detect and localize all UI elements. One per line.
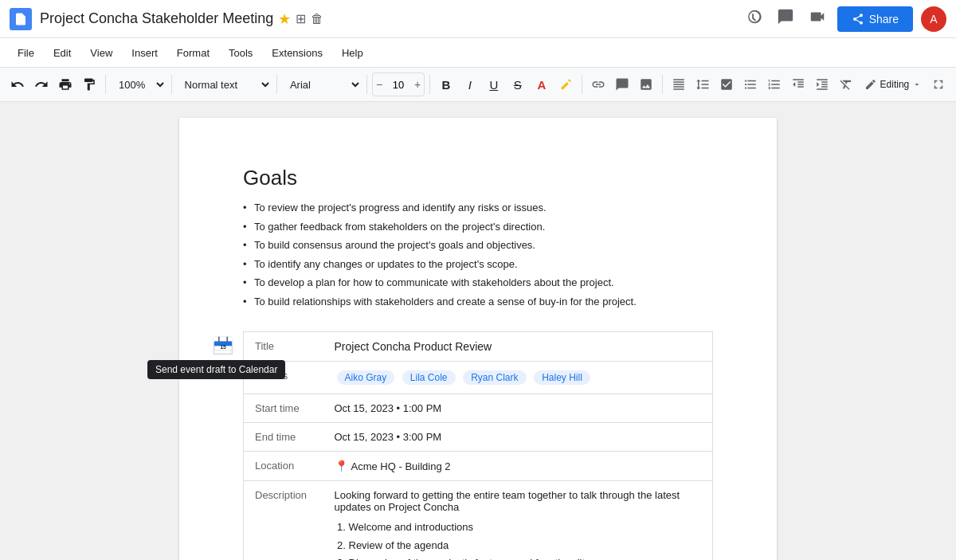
svg-rect-1 [18, 22, 22, 22]
style-select[interactable]: Normal textTitleHeading 1Heading 2 [177, 72, 272, 96]
goals-item-5: To develop a plan for how to communicate… [243, 275, 713, 291]
share-button[interactable]: Share [837, 6, 913, 32]
expand-button[interactable] [927, 72, 950, 96]
bold-button[interactable]: B [435, 72, 457, 96]
start-time-value: Oct 15, 2023 • 1:00 PM [323, 394, 713, 423]
font-select[interactable]: ArialTimes New RomanCourier New [282, 72, 362, 96]
font-size-decrease[interactable]: − [373, 73, 386, 96]
numbered-list-button[interactable] [763, 72, 786, 96]
title-label: Title [244, 332, 323, 362]
editing-label: Editing [880, 79, 910, 90]
start-time-label: Start time [244, 394, 323, 423]
guest-chip-4: Haley Hill [534, 370, 590, 385]
editing-mode-button[interactable]: Editing [860, 72, 926, 96]
separator-6 [582, 75, 582, 94]
bullet-list-button[interactable] [739, 72, 762, 96]
menu-format[interactable]: Format [169, 44, 217, 62]
svg-text:15: 15 [220, 344, 226, 350]
separator-2 [171, 75, 172, 94]
increase-indent-button[interactable] [811, 72, 833, 96]
document-page: Goals To review the project's progress a… [179, 118, 777, 560]
desc-item-3: Discussion of the product's features and… [349, 555, 702, 560]
align-button[interactable] [668, 72, 690, 96]
comments-button[interactable] [774, 5, 797, 33]
desc-item-1: Welcome and introductions [349, 519, 702, 535]
document-title[interactable]: Project Concha Stakeholder Meeting [40, 10, 273, 27]
folder-icon[interactable]: ⊞ [296, 11, 306, 26]
font-size-area: − + [372, 72, 425, 96]
guests-row: Guests Aiko Gray Lila Cole Ryan Clark Ha… [244, 362, 713, 394]
description-value: Looking forward to getting the entire te… [323, 481, 713, 561]
underline-button[interactable]: U [483, 72, 505, 96]
svg-rect-0 [18, 19, 23, 20]
avatar[interactable]: A [921, 6, 946, 32]
goals-item-4: To identify any changes or updates to th… [243, 257, 713, 272]
comment-toolbar-button[interactable] [611, 72, 633, 96]
menu-insert[interactable]: Insert [123, 44, 166, 62]
separator-3 [276, 75, 277, 94]
separator-7 [662, 75, 663, 94]
toolbar: 100%75%125%150% Normal textTitleHeading … [0, 67, 956, 102]
italic-button[interactable]: I [459, 72, 481, 96]
document-area[interactable]: Goals To review the project's progress a… [0, 102, 956, 560]
highlight-button[interactable] [554, 72, 577, 96]
goals-item-6: To build relationships with stakeholders… [243, 294, 713, 310]
title-row: Title Project Concha Product Review [244, 332, 713, 362]
clear-formatting-button[interactable] [835, 72, 857, 96]
separator-5 [429, 75, 430, 94]
text-color-button[interactable]: A [531, 72, 553, 96]
event-card-wrapper: 15 Send event draft to Calendar Title Pr… [243, 331, 713, 560]
document-title-row: Project Concha Stakeholder Meeting ★ ⊞ 🗑 [40, 10, 742, 28]
description-list: Welcome and introductions Review of the … [335, 519, 702, 560]
line-spacing-button[interactable] [692, 72, 714, 96]
header-actions: Share A [742, 5, 946, 33]
app-icon [10, 8, 32, 30]
menu-edit[interactable]: Edit [45, 44, 79, 62]
separator-1 [105, 75, 106, 94]
desc-item-2: Review of the agenda [349, 538, 702, 554]
goals-heading: Goals [243, 166, 713, 190]
menu-bar: File Edit View Insert Format Tools Exten… [0, 38, 956, 67]
font-size-input[interactable] [386, 79, 411, 91]
image-button[interactable] [635, 72, 657, 96]
decrease-indent-button[interactable] [787, 72, 809, 96]
guest-chip-1: Aiko Gray [337, 370, 395, 385]
link-button[interactable] [587, 72, 609, 96]
menu-tools[interactable]: Tools [221, 44, 261, 62]
location-label: Location [244, 452, 323, 481]
title-area: Project Concha Stakeholder Meeting ★ ⊞ 🗑 [40, 10, 742, 28]
description-intro: Looking forward to getting the entire te… [335, 489, 702, 513]
guests-value: Aiko Gray Lila Cole Ryan Clark Haley Hil… [323, 362, 713, 394]
end-time-label: End time [244, 423, 323, 452]
font-size-increase[interactable]: + [411, 73, 424, 96]
paintformat-button[interactable] [78, 72, 100, 96]
menu-view[interactable]: View [82, 44, 120, 62]
start-time-row: Start time Oct 15, 2023 • 1:00 PM [244, 394, 713, 423]
zoom-select[interactable]: 100%75%125%150% [111, 72, 167, 96]
menu-extensions[interactable]: Extensions [264, 44, 331, 62]
description-label: Description [244, 481, 323, 561]
menu-help[interactable]: Help [334, 44, 371, 62]
meet-button[interactable] [805, 5, 829, 33]
undo-button[interactable] [6, 72, 29, 96]
trash-icon[interactable]: 🗑 [311, 12, 323, 26]
goals-item-1: To review the project's progress and ide… [243, 200, 713, 216]
goals-item-3: To build consensus around the project's … [243, 237, 713, 253]
goals-list: To review the project's progress and ide… [243, 200, 713, 309]
star-icon[interactable]: ★ [278, 10, 291, 28]
menu-file[interactable]: File [10, 44, 42, 62]
event-table: Title Project Concha Product Review Gues… [243, 331, 713, 560]
end-time-value: Oct 15, 2023 • 3:00 PM [323, 423, 713, 452]
history-button[interactable] [742, 5, 766, 33]
send-to-calendar-button[interactable]: 15 [210, 331, 237, 358]
goals-item-2: To gather feedback from stakeholders on … [243, 219, 713, 235]
print-button[interactable] [54, 72, 76, 96]
title-bar: Project Concha Stakeholder Meeting ★ ⊞ 🗑… [0, 0, 956, 38]
checklist-button[interactable] [715, 72, 738, 96]
strikethrough-button[interactable]: S [507, 72, 529, 96]
location-icon: 📍 [335, 460, 348, 472]
description-row: Description Looking forward to getting t… [244, 481, 713, 561]
redo-button[interactable] [30, 72, 53, 96]
end-time-row: End time Oct 15, 2023 • 3:00 PM [244, 423, 713, 452]
guest-chip-2: Lila Cole [402, 370, 456, 385]
